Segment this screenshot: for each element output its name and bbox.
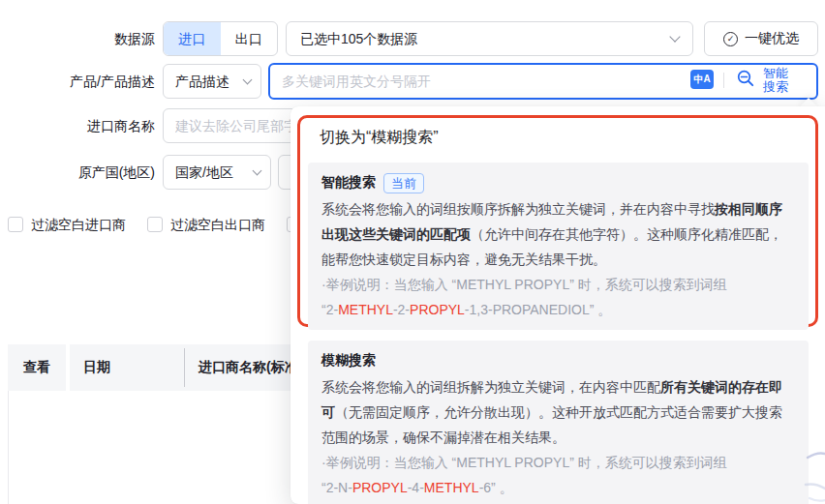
product-label: 产品/产品描述 — [0, 64, 155, 99]
table-header-view-label: 查看 — [23, 359, 50, 376]
smart-search-section: 智能搜索 当前 系统会将您输入的词组按顺序拆解为独立关键词，并在内容中寻找按相同… — [308, 163, 809, 330]
smart-search-link[interactable]: 智能 搜索 — [763, 67, 788, 94]
product-type-select-value: 产品描述 — [175, 65, 244, 98]
smart-section-title: 智能搜索 — [321, 174, 376, 192]
fuzzy-search-section[interactable]: 模糊搜索 系统会将您输入的词组拆解为独立关键词，在内容中匹配所有关键词的存在即可… — [308, 341, 809, 504]
translate-icon[interactable]: 中A — [690, 70, 714, 89]
tab-import[interactable]: 进口 — [164, 22, 221, 55]
fuzzy-section-example: ·举例说明：当您输入 “METHYL PROPYL” 时，系统可以搜索到词组“2… — [321, 450, 795, 500]
smart-section-desc: 系统会将您输入的词组按顺序拆解为独立关键词，并在内容中寻找按相同顺序出现这些关键… — [321, 196, 795, 272]
trade-search-page: 数据源 进口 出口 已选中105个数据源 ✓ 一键优选 产品/产品描述 产品描述… — [0, 0, 825, 504]
smart-search-link-line2: 搜索 — [763, 80, 788, 94]
product-type-select[interactable]: 产品描述 — [163, 64, 261, 99]
country-select-value: 国家/地区 — [175, 156, 254, 189]
filter-blank-exporter-label: 过滤空白出口商 — [170, 216, 265, 233]
input-divider — [723, 73, 724, 88]
datasource-select-value: 已选中105个数据源 — [300, 22, 671, 55]
table-header-date-label: 日期 — [83, 359, 110, 376]
fuzzy-section-title: 模糊搜索 — [321, 352, 376, 370]
datasource-select[interactable]: 已选中105个数据源 — [286, 21, 693, 56]
current-badge: 当前 — [383, 173, 424, 193]
keyword-input[interactable] — [282, 67, 688, 96]
circle-check-icon: ✓ — [723, 32, 738, 46]
smart-section-example: ·举例说明：当您输入 “METHYL PROPYL” 时，系统可以搜索到词组“2… — [321, 272, 795, 322]
popover-title: 切换为“模糊搜索” — [320, 128, 439, 148]
fuzzy-section-desc: 系统会将您输入的词组拆解为独立关键词，在内容中匹配所有关键词的存在即可（无需固定… — [321, 374, 795, 450]
one-click-optimize-button[interactable]: ✓ 一键优选 — [704, 21, 818, 56]
chevron-down-icon — [243, 74, 253, 84]
filter-blank-importer-checkbox[interactable] — [8, 217, 23, 232]
table-header-importer-label: 进口商名称(标准 — [199, 359, 298, 376]
optimize-button-label: 一键优选 — [745, 30, 799, 47]
column-divider — [184, 348, 185, 387]
chevron-down-icon — [253, 165, 262, 175]
chevron-down-icon — [669, 31, 680, 42]
smart-search-icon[interactable] — [736, 69, 756, 89]
datasource-label: 数据源 — [0, 21, 155, 56]
table-header-view: 查看 — [8, 344, 66, 391]
filter-blank-importer-label: 过滤空白进口商 — [31, 216, 126, 233]
tab-export[interactable]: 出口 — [221, 22, 278, 55]
search-mode-popover: 切换为“模糊搜索” 智能搜索 当前 系统会将您输入的词组按顺序拆解为独立关键词，… — [290, 106, 825, 504]
country-select[interactable]: 国家/地区 — [163, 155, 271, 190]
import-export-toggle: 进口 出口 — [163, 21, 278, 56]
floating-widget-partial-icon[interactable] — [804, 440, 825, 504]
origin-country-label: 原产国(地区) — [0, 155, 155, 190]
filter-blank-exporter-checkbox[interactable] — [147, 217, 163, 232]
importer-name-label: 进口商名称 — [0, 108, 155, 143]
smart-search-link-line1: 智能 — [763, 67, 788, 80]
